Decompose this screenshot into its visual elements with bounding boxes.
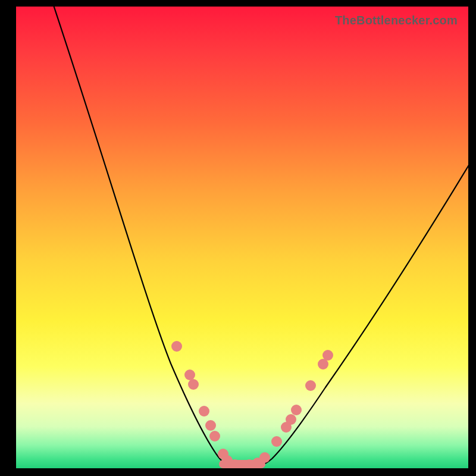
highlight-dot: [271, 436, 282, 447]
chart-stage: TheBottlenecker.com: [0, 0, 476, 476]
dots-group: [171, 341, 333, 468]
highlight-dot: [171, 341, 182, 352]
highlight-dot: [209, 431, 220, 441]
highlight-dot: [286, 414, 296, 425]
plot-area: TheBottlenecker.com: [16, 7, 468, 468]
highlight-dot: [322, 350, 333, 361]
left-curve: [53, 7, 230, 466]
highlight-dot: [291, 405, 302, 415]
highlight-dot: [184, 369, 195, 380]
curves-svg: [16, 7, 468, 468]
highlight-dot: [205, 420, 216, 431]
highlight-dot: [305, 380, 316, 391]
highlight-dot: [199, 406, 209, 416]
highlight-dot: [188, 379, 199, 390]
highlight-dot: [259, 452, 270, 463]
